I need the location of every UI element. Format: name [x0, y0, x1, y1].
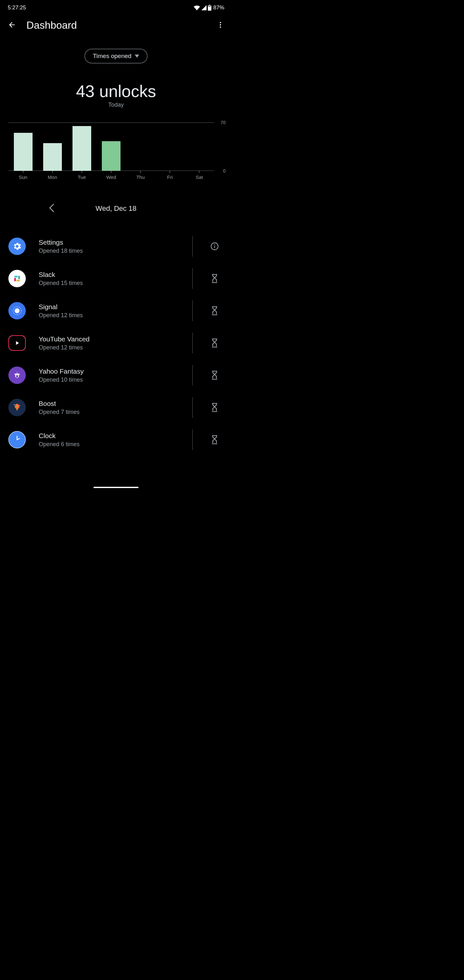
- hourglass-icon: [211, 306, 218, 316]
- app-name: Settings: [39, 239, 180, 246]
- app-name: YouTube Vanced: [39, 335, 180, 343]
- app-list: SettingsOpened 18 timesSlackOpened 15 ti…: [0, 230, 232, 456]
- svg-point-6: [214, 244, 215, 245]
- settings-icon: [8, 238, 26, 255]
- app-info: SlackOpened 15 times: [39, 271, 180, 286]
- filter-label: Times opened: [93, 52, 132, 60]
- hourglass-icon: [211, 338, 218, 348]
- boost-icon: [8, 399, 26, 416]
- hourglass-icon: [211, 435, 218, 445]
- app-subtitle: Opened 10 times: [39, 377, 180, 383]
- chart-bar[interactable]: Sat: [185, 123, 213, 171]
- row-divider: [192, 397, 193, 418]
- app-subtitle: Opened 12 times: [39, 312, 180, 319]
- bar-label: Thu: [136, 174, 145, 180]
- app-info: SettingsOpened 18 times: [39, 239, 180, 255]
- row-divider: [192, 332, 193, 353]
- app-row[interactable]: ClockOpened 6 times: [0, 423, 232, 456]
- svg-rect-10: [14, 275, 18, 277]
- svg-point-14: [20, 405, 20, 406]
- status-time: 5:27:25: [8, 5, 26, 11]
- metric: 43 unlocks Today: [0, 81, 232, 108]
- app-timer-button[interactable]: [206, 338, 224, 348]
- app-timer-button[interactable]: [206, 435, 224, 445]
- app-info: ClockOpened 6 times: [39, 432, 180, 448]
- filter-container: Times opened: [0, 49, 232, 64]
- app-name: Slack: [39, 271, 180, 278]
- app-row[interactable]: Yahoo FantasyOpened 10 times: [0, 359, 232, 391]
- app-row[interactable]: SignalOpened 12 times: [0, 294, 232, 327]
- bar-label: Tue: [78, 174, 86, 180]
- bar-fill: [14, 133, 33, 171]
- bar-label: Sun: [19, 174, 27, 180]
- clock-icon: [8, 431, 26, 449]
- app-info: Yahoo FantasyOpened 10 times: [39, 368, 180, 383]
- chart-bar[interactable]: Mon: [39, 123, 67, 171]
- bar-tick: [23, 171, 24, 173]
- info-icon: [210, 242, 219, 250]
- app-info-button[interactable]: [206, 242, 224, 250]
- svg-rect-9: [18, 275, 20, 279]
- metric-value: 43 unlocks: [0, 81, 232, 101]
- yahoo-fantasy-icon: [8, 366, 26, 384]
- svg-rect-0: [208, 6, 211, 6]
- chart-bar[interactable]: Wed: [97, 123, 125, 171]
- bar-tick: [140, 171, 141, 173]
- hourglass-icon: [211, 274, 218, 283]
- bar-fill: [73, 126, 91, 171]
- app-row[interactable]: SlackOpened 15 times: [0, 262, 232, 294]
- filter-dropdown[interactable]: Times opened: [84, 49, 148, 64]
- chart-ylabel-max: 70: [221, 120, 226, 125]
- chart-bar[interactable]: Fri: [156, 123, 184, 171]
- row-divider: [192, 268, 193, 289]
- chart-bar[interactable]: Sun: [10, 123, 37, 171]
- app-name: Clock: [39, 432, 180, 440]
- app-timer-button[interactable]: [206, 306, 224, 316]
- wifi-icon: [194, 5, 200, 10]
- back-button[interactable]: [8, 21, 16, 30]
- row-divider: [192, 301, 193, 321]
- app-timer-button[interactable]: [206, 371, 224, 380]
- app-timer-button[interactable]: [206, 274, 224, 283]
- bar-tick: [81, 171, 82, 173]
- svg-point-12: [15, 309, 20, 313]
- row-divider: [192, 236, 193, 257]
- app-timer-button[interactable]: [206, 402, 224, 412]
- slack-icon: [8, 270, 26, 287]
- chart-bar[interactable]: Thu: [127, 123, 154, 171]
- youtube-vanced-icon: [8, 335, 26, 351]
- usage-chart: 70 0 SunMonTueWedThuFriSat: [8, 123, 226, 181]
- nav-indicator: [94, 487, 138, 488]
- app-info: YouTube VancedOpened 12 times: [39, 335, 180, 351]
- signal-icon: [8, 302, 26, 320]
- battery-icon: [208, 5, 211, 11]
- metric-label: Today: [0, 102, 232, 108]
- bar-tick: [199, 171, 199, 173]
- app-row[interactable]: SettingsOpened 18 times: [0, 230, 232, 262]
- bar-tick: [52, 171, 53, 173]
- prev-day-button[interactable]: [49, 204, 54, 214]
- bar-label: Wed: [106, 174, 116, 180]
- date-label: Wed, Dec 18: [96, 204, 137, 213]
- row-divider: [192, 365, 193, 385]
- page-title: Dashboard: [26, 19, 206, 31]
- app-row[interactable]: YouTube VancedOpened 12 times: [0, 327, 232, 359]
- app-subtitle: Opened 15 times: [39, 280, 180, 286]
- app-subtitle: Opened 18 times: [39, 248, 180, 255]
- svg-point-3: [220, 26, 221, 28]
- bar-label: Fri: [167, 174, 173, 180]
- app-bar: Dashboard: [0, 14, 232, 37]
- app-subtitle: Opened 7 times: [39, 409, 180, 415]
- app-name: Boost: [39, 400, 180, 407]
- bar-tick: [170, 171, 170, 173]
- hourglass-icon: [211, 402, 218, 412]
- overflow-menu-button[interactable]: [216, 21, 224, 30]
- bar-label: Sat: [195, 174, 203, 180]
- chart-bar[interactable]: Tue: [68, 123, 96, 171]
- row-divider: [192, 430, 193, 450]
- svg-rect-8: [16, 280, 20, 282]
- dropdown-icon: [135, 54, 139, 58]
- app-row[interactable]: BoostOpened 7 times: [0, 391, 232, 423]
- battery-percent: 87%: [213, 5, 224, 11]
- svg-point-2: [220, 24, 221, 25]
